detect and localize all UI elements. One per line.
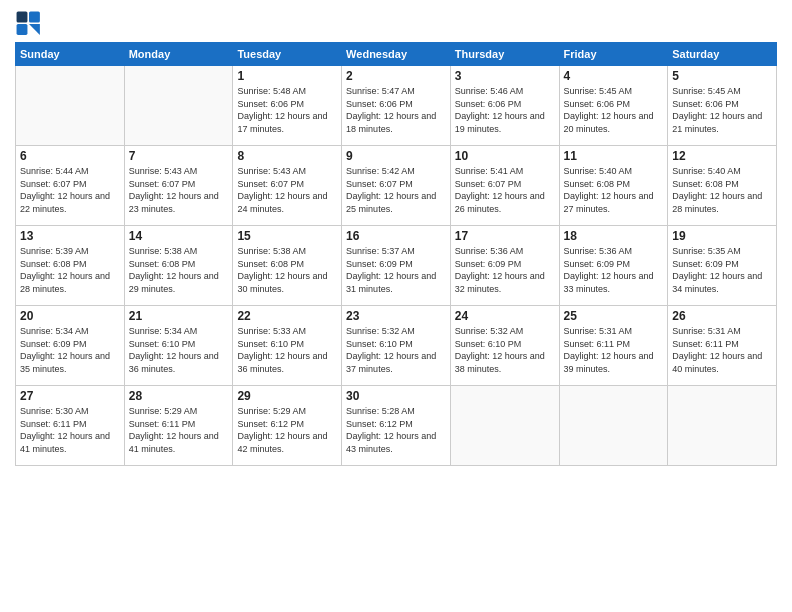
calendar-cell: 28Sunrise: 5:29 AM Sunset: 6:11 PM Dayli…: [124, 386, 233, 466]
day-number: 18: [564, 229, 664, 243]
weekday-header-sunday: Sunday: [16, 43, 125, 66]
day-info: Sunrise: 5:32 AM Sunset: 6:10 PM Dayligh…: [346, 325, 446, 375]
day-info: Sunrise: 5:45 AM Sunset: 6:06 PM Dayligh…: [564, 85, 664, 135]
day-info: Sunrise: 5:45 AM Sunset: 6:06 PM Dayligh…: [672, 85, 772, 135]
calendar-cell: 22Sunrise: 5:33 AM Sunset: 6:10 PM Dayli…: [233, 306, 342, 386]
calendar-cell: 27Sunrise: 5:30 AM Sunset: 6:11 PM Dayli…: [16, 386, 125, 466]
day-info: Sunrise: 5:30 AM Sunset: 6:11 PM Dayligh…: [20, 405, 120, 455]
calendar-cell: 30Sunrise: 5:28 AM Sunset: 6:12 PM Dayli…: [342, 386, 451, 466]
day-number: 6: [20, 149, 120, 163]
weekday-header-monday: Monday: [124, 43, 233, 66]
day-info: Sunrise: 5:33 AM Sunset: 6:10 PM Dayligh…: [237, 325, 337, 375]
week-row-4: 20Sunrise: 5:34 AM Sunset: 6:09 PM Dayli…: [16, 306, 777, 386]
day-number: 24: [455, 309, 555, 323]
day-info: Sunrise: 5:29 AM Sunset: 6:12 PM Dayligh…: [237, 405, 337, 455]
day-number: 2: [346, 69, 446, 83]
week-row-5: 27Sunrise: 5:30 AM Sunset: 6:11 PM Dayli…: [16, 386, 777, 466]
weekday-header-saturday: Saturday: [668, 43, 777, 66]
calendar-cell: 9Sunrise: 5:42 AM Sunset: 6:07 PM Daylig…: [342, 146, 451, 226]
day-info: Sunrise: 5:41 AM Sunset: 6:07 PM Dayligh…: [455, 165, 555, 215]
day-info: Sunrise: 5:38 AM Sunset: 6:08 PM Dayligh…: [129, 245, 229, 295]
day-number: 30: [346, 389, 446, 403]
calendar-cell: 23Sunrise: 5:32 AM Sunset: 6:10 PM Dayli…: [342, 306, 451, 386]
calendar-cell: [668, 386, 777, 466]
calendar-cell: 17Sunrise: 5:36 AM Sunset: 6:09 PM Dayli…: [450, 226, 559, 306]
logo: [15, 10, 47, 38]
day-number: 8: [237, 149, 337, 163]
day-info: Sunrise: 5:42 AM Sunset: 6:07 PM Dayligh…: [346, 165, 446, 215]
svg-rect-2: [17, 24, 28, 35]
svg-rect-1: [29, 12, 40, 23]
day-number: 23: [346, 309, 446, 323]
day-number: 20: [20, 309, 120, 323]
calendar-cell: 29Sunrise: 5:29 AM Sunset: 6:12 PM Dayli…: [233, 386, 342, 466]
day-number: 28: [129, 389, 229, 403]
day-info: Sunrise: 5:37 AM Sunset: 6:09 PM Dayligh…: [346, 245, 446, 295]
day-info: Sunrise: 5:31 AM Sunset: 6:11 PM Dayligh…: [672, 325, 772, 375]
calendar-cell: [124, 66, 233, 146]
day-number: 26: [672, 309, 772, 323]
calendar-cell: 11Sunrise: 5:40 AM Sunset: 6:08 PM Dayli…: [559, 146, 668, 226]
calendar-cell: 13Sunrise: 5:39 AM Sunset: 6:08 PM Dayli…: [16, 226, 125, 306]
day-number: 13: [20, 229, 120, 243]
calendar-cell: 5Sunrise: 5:45 AM Sunset: 6:06 PM Daylig…: [668, 66, 777, 146]
day-number: 1: [237, 69, 337, 83]
day-info: Sunrise: 5:40 AM Sunset: 6:08 PM Dayligh…: [672, 165, 772, 215]
calendar-cell: 4Sunrise: 5:45 AM Sunset: 6:06 PM Daylig…: [559, 66, 668, 146]
day-number: 4: [564, 69, 664, 83]
calendar-cell: 7Sunrise: 5:43 AM Sunset: 6:07 PM Daylig…: [124, 146, 233, 226]
day-info: Sunrise: 5:29 AM Sunset: 6:11 PM Dayligh…: [129, 405, 229, 455]
day-info: Sunrise: 5:32 AM Sunset: 6:10 PM Dayligh…: [455, 325, 555, 375]
day-number: 19: [672, 229, 772, 243]
header: [15, 10, 777, 38]
day-info: Sunrise: 5:36 AM Sunset: 6:09 PM Dayligh…: [564, 245, 664, 295]
day-info: Sunrise: 5:35 AM Sunset: 6:09 PM Dayligh…: [672, 245, 772, 295]
calendar-cell: 18Sunrise: 5:36 AM Sunset: 6:09 PM Dayli…: [559, 226, 668, 306]
day-number: 10: [455, 149, 555, 163]
week-row-1: 1Sunrise: 5:48 AM Sunset: 6:06 PM Daylig…: [16, 66, 777, 146]
week-row-3: 13Sunrise: 5:39 AM Sunset: 6:08 PM Dayli…: [16, 226, 777, 306]
calendar-cell: 1Sunrise: 5:48 AM Sunset: 6:06 PM Daylig…: [233, 66, 342, 146]
calendar-cell: 21Sunrise: 5:34 AM Sunset: 6:10 PM Dayli…: [124, 306, 233, 386]
day-info: Sunrise: 5:40 AM Sunset: 6:08 PM Dayligh…: [564, 165, 664, 215]
day-number: 12: [672, 149, 772, 163]
svg-marker-3: [29, 24, 40, 35]
day-info: Sunrise: 5:44 AM Sunset: 6:07 PM Dayligh…: [20, 165, 120, 215]
day-number: 11: [564, 149, 664, 163]
calendar-cell: 6Sunrise: 5:44 AM Sunset: 6:07 PM Daylig…: [16, 146, 125, 226]
day-number: 27: [20, 389, 120, 403]
day-info: Sunrise: 5:34 AM Sunset: 6:10 PM Dayligh…: [129, 325, 229, 375]
day-info: Sunrise: 5:46 AM Sunset: 6:06 PM Dayligh…: [455, 85, 555, 135]
weekday-header-wednesday: Wednesday: [342, 43, 451, 66]
calendar-cell: 15Sunrise: 5:38 AM Sunset: 6:08 PM Dayli…: [233, 226, 342, 306]
day-info: Sunrise: 5:28 AM Sunset: 6:12 PM Dayligh…: [346, 405, 446, 455]
day-info: Sunrise: 5:36 AM Sunset: 6:09 PM Dayligh…: [455, 245, 555, 295]
day-info: Sunrise: 5:34 AM Sunset: 6:09 PM Dayligh…: [20, 325, 120, 375]
calendar-cell: 26Sunrise: 5:31 AM Sunset: 6:11 PM Dayli…: [668, 306, 777, 386]
calendar-cell: 3Sunrise: 5:46 AM Sunset: 6:06 PM Daylig…: [450, 66, 559, 146]
day-number: 9: [346, 149, 446, 163]
calendar-cell: 12Sunrise: 5:40 AM Sunset: 6:08 PM Dayli…: [668, 146, 777, 226]
weekday-header-friday: Friday: [559, 43, 668, 66]
calendar-cell: 25Sunrise: 5:31 AM Sunset: 6:11 PM Dayli…: [559, 306, 668, 386]
calendar-cell: 8Sunrise: 5:43 AM Sunset: 6:07 PM Daylig…: [233, 146, 342, 226]
calendar-cell: 10Sunrise: 5:41 AM Sunset: 6:07 PM Dayli…: [450, 146, 559, 226]
calendar-cell: 14Sunrise: 5:38 AM Sunset: 6:08 PM Dayli…: [124, 226, 233, 306]
day-number: 14: [129, 229, 229, 243]
day-info: Sunrise: 5:39 AM Sunset: 6:08 PM Dayligh…: [20, 245, 120, 295]
day-info: Sunrise: 5:47 AM Sunset: 6:06 PM Dayligh…: [346, 85, 446, 135]
page-container: SundayMondayTuesdayWednesdayThursdayFrid…: [0, 0, 792, 476]
weekday-header-thursday: Thursday: [450, 43, 559, 66]
weekday-header-row: SundayMondayTuesdayWednesdayThursdayFrid…: [16, 43, 777, 66]
day-info: Sunrise: 5:31 AM Sunset: 6:11 PM Dayligh…: [564, 325, 664, 375]
day-number: 25: [564, 309, 664, 323]
day-info: Sunrise: 5:48 AM Sunset: 6:06 PM Dayligh…: [237, 85, 337, 135]
day-number: 16: [346, 229, 446, 243]
day-number: 15: [237, 229, 337, 243]
calendar-table: SundayMondayTuesdayWednesdayThursdayFrid…: [15, 42, 777, 466]
day-number: 3: [455, 69, 555, 83]
week-row-2: 6Sunrise: 5:44 AM Sunset: 6:07 PM Daylig…: [16, 146, 777, 226]
logo-icon: [15, 10, 43, 38]
svg-rect-0: [17, 12, 28, 23]
day-number: 29: [237, 389, 337, 403]
